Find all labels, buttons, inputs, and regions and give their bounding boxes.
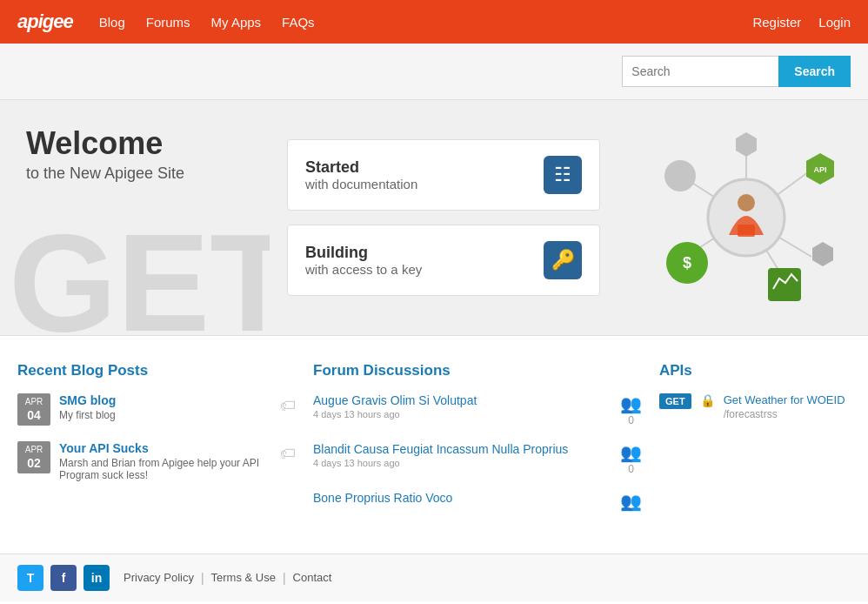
api-section: APIs GET 🔒 Get Weather for WOEID /foreca… — [659, 362, 851, 527]
api-diagram: API $ — [642, 122, 851, 313]
main-nav: Blog Forums My Apps FAQs — [99, 15, 315, 30]
apis-title: APIs — [659, 362, 851, 379]
hero-section: GET Welcome to the New Apigee Site Start… — [0, 100, 868, 335]
date-badge-1: Apr 02 — [17, 441, 50, 473]
blog-title: Recent Blog Posts — [17, 362, 296, 379]
blog-content-1: Your API Sucks Marsh and Brian from Apig… — [59, 441, 271, 481]
api-link-0[interactable]: Get Weather for WOEID — [724, 393, 845, 406]
forum-count-1: 👥 0 — [620, 442, 642, 475]
footer-divider-1: | — [201, 571, 204, 585]
blog-content-0: SMG blog My first blog — [59, 393, 271, 421]
forum-count-icon-1: 👥 — [620, 442, 642, 463]
forum-content-1: Blandit Causa Feugiat Incassum Nulla Pro… — [313, 442, 611, 468]
hero-card-docs-text: Started with documentation — [305, 158, 417, 191]
forum-item-1: Blandit Causa Feugiat Incassum Nulla Pro… — [313, 442, 642, 475]
forum-link-2[interactable]: Bone Proprius Ratio Voco — [313, 491, 452, 505]
forum-count-icon-0: 👥 — [620, 393, 642, 414]
key-icon: 🔑 — [544, 241, 582, 279]
svg-point-16 — [664, 160, 696, 191]
hero-illustration: API $ — [624, 100, 868, 335]
svg-point-7 — [738, 194, 755, 211]
header: apigee Blog Forums My Apps FAQs Register… — [0, 0, 868, 44]
contact-link[interactable]: Contact — [293, 571, 332, 585]
login-link[interactable]: Login — [818, 15, 851, 30]
hero-left: GET Welcome to the New Apigee Site — [0, 100, 270, 335]
privacy-link[interactable]: Privacy Policy — [124, 571, 194, 585]
blog-desc-1: Marsh and Brian from Apigee help your AP… — [59, 457, 271, 481]
hero-card-key[interactable]: Building with access to a key 🔑 — [287, 225, 600, 296]
forum-link-0[interactable]: Augue Gravis Olim Si Volutpat — [313, 393, 477, 407]
svg-text:$: $ — [683, 254, 691, 272]
blog-item-1: Apr 02 Your API Sucks Marsh and Brian fr… — [17, 441, 296, 481]
search-input[interactable] — [622, 56, 778, 87]
footer-divider-2: | — [283, 571, 286, 585]
hero-card-docs[interactable]: Started with documentation ☷ — [287, 139, 600, 211]
forum-content-2: Bone Proprius Ratio Voco — [313, 491, 611, 507]
footer-links: Privacy Policy | Terms & Use | Contact — [124, 571, 331, 585]
blog-day-1: 02 — [21, 455, 47, 471]
svg-rect-13 — [768, 268, 801, 301]
welcome-text: Welcome to the New Apigee Site — [26, 126, 244, 183]
api-path-0: /forecastrss — [724, 408, 778, 420]
forum-item-0: Augue Gravis Olim Si Volutpat 4 days 13 … — [313, 393, 642, 426]
forum-meta-1: 4 days 13 hours ago — [313, 458, 611, 468]
forum-title: Forum Discussions — [313, 362, 642, 379]
forum-count-2: 👥 — [620, 491, 642, 512]
nav-myapps[interactable]: My Apps — [211, 15, 262, 30]
social-icons: T f in — [17, 565, 110, 591]
nav-forums[interactable]: Forums — [146, 15, 190, 30]
forum-section: Forum Discussions Augue Gravis Olim Si V… — [313, 362, 642, 527]
api-info-0: Get Weather for WOEID /forecastrss — [724, 393, 845, 420]
blog-section: Recent Blog Posts Apr 04 SMG blog My fir… — [17, 362, 296, 527]
svg-marker-12 — [812, 242, 833, 266]
register-link[interactable]: Register — [752, 15, 801, 30]
svg-rect-8 — [738, 225, 755, 237]
logo[interactable]: apigee — [17, 10, 73, 33]
nav-blog[interactable]: Blog — [99, 15, 125, 30]
date-badge-0: Apr 04 — [17, 393, 50, 426]
terms-link[interactable]: Terms & Use — [211, 571, 276, 585]
blog-day-0: 04 — [21, 407, 47, 423]
welcome-heading: Welcome — [26, 126, 244, 161]
forum-meta-0: 4 days 13 hours ago — [313, 409, 611, 419]
tag-icon-0: 🏷 — [280, 397, 296, 415]
blog-item-0: Apr 04 SMG blog My first blog 🏷 — [17, 393, 296, 426]
nav-faqs[interactable]: FAQs — [282, 15, 315, 30]
hero-card-docs-title: Started — [305, 158, 417, 177]
linkedin-icon[interactable]: in — [83, 565, 110, 591]
footer: T f in Privacy Policy | Terms & Use | Co… — [0, 554, 868, 601]
blog-desc-0: My first blog — [59, 409, 271, 421]
forum-count-0: 👥 0 — [620, 393, 642, 426]
hero-card-key-text: Building with access to a key — [305, 244, 422, 277]
tag-icon-1: 🏷 — [280, 445, 296, 463]
hero-card-docs-sub: with documentation — [305, 177, 417, 191]
search-bar: Search — [0, 44, 868, 100]
get-background-text: GET — [9, 213, 270, 335]
forum-count-val-0: 0 — [628, 414, 634, 426]
lock-icon-0: 🔒 — [700, 393, 715, 407]
search-button[interactable]: Search — [778, 56, 851, 87]
get-badge-0: GET — [659, 393, 691, 409]
hero-card-key-sub: with access to a key — [305, 262, 422, 277]
header-right: Register Login — [752, 15, 851, 30]
forum-content-0: Augue Gravis Olim Si Volutpat 4 days 13 … — [313, 393, 611, 419]
svg-marker-9 — [736, 132, 757, 157]
forum-count-val-1: 0 — [628, 463, 634, 475]
docs-icon: ☷ — [544, 156, 582, 194]
forum-count-icon-2: 👥 — [620, 491, 642, 512]
hero-cards: Started with documentation ☷ Building wi… — [270, 100, 624, 335]
facebook-icon[interactable]: f — [50, 565, 77, 591]
hero-card-key-title: Building — [305, 244, 422, 262]
blog-title-0[interactable]: SMG blog — [59, 393, 116, 407]
blog-month-1: Apr — [21, 444, 47, 455]
api-item-0: GET 🔒 Get Weather for WOEID /forecastrss — [659, 393, 851, 420]
twitter-icon[interactable]: T — [17, 565, 43, 591]
forum-link-1[interactable]: Blandit Causa Feugiat Incassum Nulla Pro… — [313, 442, 568, 456]
blog-title-1[interactable]: Your API Sucks — [59, 441, 149, 455]
forum-item-2: Bone Proprius Ratio Voco 👥 — [313, 491, 642, 512]
svg-text:API: API — [813, 165, 826, 174]
blog-month-0: Apr — [21, 396, 47, 407]
content-section: Recent Blog Posts Apr 04 SMG blog My fir… — [0, 335, 868, 554]
welcome-subheading: to the New Apigee Site — [26, 164, 244, 183]
